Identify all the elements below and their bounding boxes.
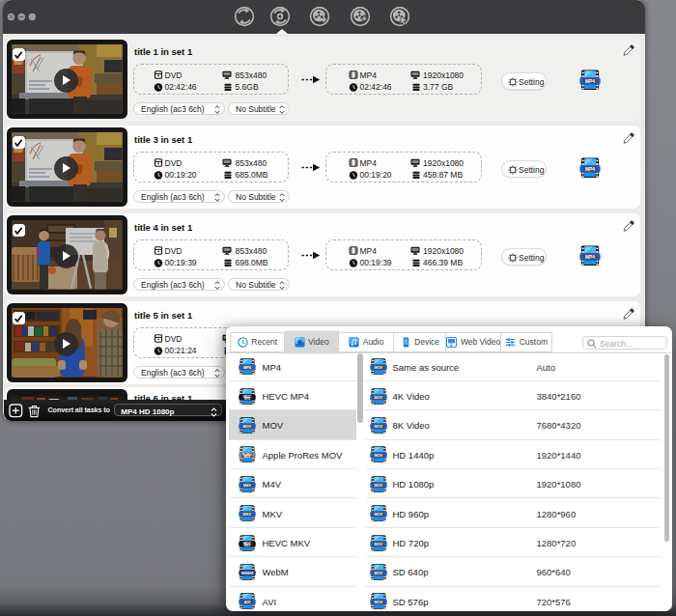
- svg-text:MOV: MOV: [374, 424, 382, 429]
- svg-text:M4V: M4V: [242, 483, 250, 488]
- svg-text:MP4: MP4: [585, 255, 595, 260]
- svg-text:MOV: MOV: [374, 454, 382, 459]
- svg-text:WEBM: WEBM: [240, 571, 253, 575]
- svg-text:AVI: AVI: [243, 601, 249, 605]
- svg-text:MKV: MKV: [243, 544, 250, 547]
- svg-text:MOV: MOV: [242, 424, 251, 429]
- svg-text:MP4: MP4: [242, 365, 251, 370]
- svg-text:MOV: MOV: [374, 512, 382, 517]
- svg-text:MOV: MOV: [374, 483, 382, 488]
- svg-text:MKV: MKV: [242, 512, 251, 517]
- svg-text:MOV: MOV: [374, 395, 382, 400]
- svg-text:MOV: MOV: [374, 365, 382, 370]
- svg-text:MOV: MOV: [374, 542, 382, 546]
- svg-text:MOV: MOV: [374, 571, 382, 575]
- svg-text:MOV: MOV: [374, 601, 382, 605]
- svg-text:MP4: MP4: [585, 167, 595, 172]
- svg-text:MP4: MP4: [585, 79, 595, 84]
- svg-text:MP4: MP4: [244, 397, 250, 401]
- svg-text:MOV: MOV: [243, 456, 250, 460]
